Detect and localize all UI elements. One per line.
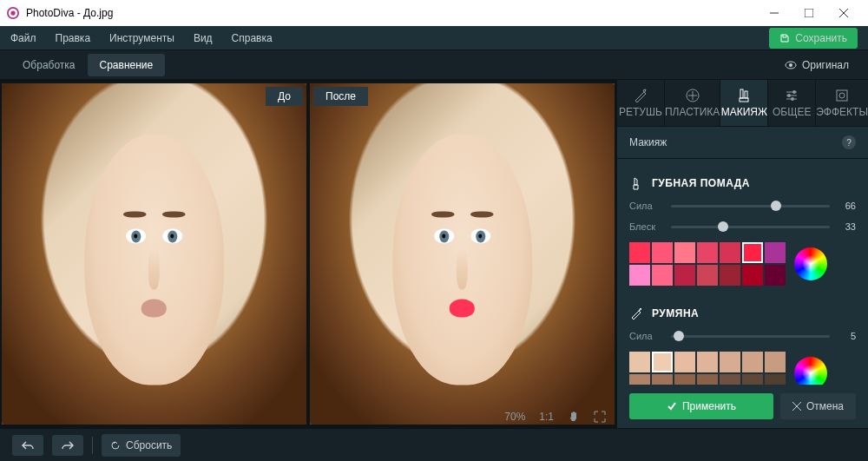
blush-swatch[interactable] [629, 374, 650, 385]
cancel-button[interactable]: Отмена [780, 393, 856, 419]
zoom-ratio[interactable]: 1:1 [539, 411, 554, 423]
blush-color-wheel[interactable] [794, 357, 827, 385]
lipstick-swatch[interactable] [674, 242, 695, 263]
lipstick-strength-label: Сила [629, 201, 662, 211]
blush-swatch[interactable] [674, 374, 695, 385]
blush-swatch[interactable] [697, 374, 718, 385]
blush-swatch[interactable] [697, 352, 718, 372]
menubar: Файл Правка Инструменты Вид Справка Сохр… [0, 26, 868, 50]
check-icon [667, 401, 677, 412]
lipstick-swatch[interactable] [674, 265, 695, 286]
action-row: Применить Отмена [617, 385, 868, 428]
sidebar: РЕТУШЬ ПЛАСТИКА МАКИЯЖ ОБЩЕЕ ЭФФЕКТЫ Мак… [616, 80, 868, 428]
window-title: PhotoDiva - До.jpg [26, 7, 757, 19]
menu-help[interactable]: Справка [232, 32, 273, 44]
menu-edit[interactable]: Правка [56, 32, 91, 44]
sidebar-tabs: РЕТУШЬ ПЛАСТИКА МАКИЯЖ ОБЩЕЕ ЭФФЕКТЫ [617, 80, 868, 127]
maximize-button[interactable] [792, 0, 826, 26]
undo-icon [21, 440, 35, 451]
lipstick-gloss-value: 33 [838, 221, 856, 232]
lipstick-swatch[interactable] [652, 242, 673, 263]
lipstick-color-wheel[interactable] [794, 247, 827, 280]
blush-swatch[interactable] [652, 374, 673, 385]
svg-rect-13 [740, 98, 748, 102]
sidetab-makeup[interactable]: МАКИЯЖ [720, 80, 768, 126]
lipstick-swatch[interactable] [742, 265, 763, 286]
tab-compare[interactable]: Сравнение [88, 54, 166, 76]
lipstick-swatch[interactable] [652, 265, 673, 286]
footer: Сбросить [0, 428, 868, 461]
minimize-button[interactable] [757, 0, 792, 26]
lipstick-strength-slider[interactable] [671, 205, 830, 207]
section-blush-head[interactable]: РУМЯНА [629, 301, 856, 326]
blush-icon [629, 306, 643, 320]
app-logo-icon [7, 7, 19, 19]
section-lipstick: ГУБНАЯ ПОМАДА Сила 66 Блеск 33 [617, 166, 868, 296]
close-button[interactable] [826, 0, 861, 26]
blush-swatch[interactable] [765, 374, 786, 385]
blush-swatch[interactable] [742, 374, 763, 385]
save-button[interactable]: Сохранить [769, 28, 858, 49]
footer-reset-button[interactable]: Сбросить [102, 434, 181, 457]
retouch-icon [633, 88, 648, 103]
section-lipstick-head[interactable]: ГУБНАЯ ПОМАДА [629, 171, 856, 195]
tab-processing[interactable]: Обработка [10, 54, 88, 76]
menu-file[interactable]: Файл [10, 32, 36, 44]
canvas-footer: 70% 1:1 [504, 411, 606, 423]
lipstick-swatch[interactable] [720, 242, 740, 263]
panel-title-row: Макияж ? [617, 127, 868, 159]
blush-swatch[interactable] [742, 352, 763, 372]
eye-icon [785, 59, 797, 71]
lipstick-swatch[interactable] [765, 242, 786, 263]
svg-point-17 [787, 94, 791, 97]
lipstick-swatches [629, 242, 786, 286]
lipstick-swatch[interactable] [629, 242, 650, 263]
toolbar: Обработка Сравнение Оригинал [0, 50, 868, 80]
sidetab-effects[interactable]: ЭФФЕКТЫ [816, 80, 868, 126]
x-icon [792, 402, 801, 411]
lipstick-icon [629, 176, 643, 190]
after-label: После [313, 87, 368, 106]
apply-button[interactable]: Применить [629, 393, 773, 419]
hand-tool-icon[interactable] [568, 411, 580, 423]
blush-swatch[interactable] [765, 352, 786, 372]
lipstick-swatch[interactable] [765, 265, 786, 286]
lipstick-swatch[interactable] [742, 242, 763, 263]
undo-button[interactable] [12, 435, 43, 456]
lipstick-swatch[interactable] [697, 265, 718, 286]
save-icon [779, 33, 790, 43]
lipstick-gloss-slider[interactable] [671, 226, 830, 228]
blush-swatch[interactable] [674, 352, 695, 372]
lipstick-swatch[interactable] [697, 242, 718, 263]
sidetab-retouch[interactable]: РЕТУШЬ [617, 80, 665, 126]
section-blush: РУМЯНА Сила 5 Форма [617, 296, 868, 385]
blush-swatch[interactable] [629, 352, 650, 372]
blush-strength-slider[interactable] [671, 335, 830, 338]
original-toggle[interactable]: Оригинал [776, 56, 858, 75]
redo-button[interactable] [52, 435, 83, 456]
help-icon[interactable]: ? [842, 135, 856, 149]
menu-view[interactable]: Вид [194, 32, 213, 44]
effects-icon [834, 88, 850, 103]
before-pane: До [2, 83, 306, 425]
panel-title: Макияж [629, 136, 667, 148]
svg-rect-3 [805, 9, 813, 17]
plastic-icon [685, 88, 700, 103]
canvas-area: До После 70% 1:1 [0, 80, 616, 428]
svg-point-7 [789, 63, 792, 67]
blush-swatch[interactable] [720, 352, 740, 372]
blush-swatch[interactable] [720, 374, 740, 385]
sidetab-plastic[interactable]: ПЛАСТИКА [665, 80, 720, 126]
reset-icon [110, 440, 121, 451]
blush-swatch[interactable] [652, 352, 673, 372]
lipstick-swatch[interactable] [720, 265, 740, 286]
zoom-value[interactable]: 70% [504, 411, 525, 423]
fullscreen-icon[interactable] [594, 411, 606, 423]
sidetab-general[interactable]: ОБЩЕЕ [768, 80, 816, 126]
lipstick-swatch[interactable] [629, 265, 650, 286]
redo-icon [61, 440, 75, 451]
before-label: До [266, 87, 303, 106]
svg-point-19 [791, 97, 794, 101]
menu-tools[interactable]: Инструменты [109, 32, 174, 44]
makeup-icon [736, 88, 752, 103]
